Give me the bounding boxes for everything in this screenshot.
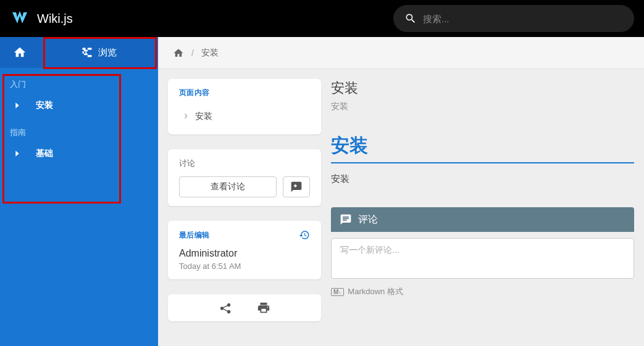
sidebar-item-label: 安装 xyxy=(36,100,53,111)
breadcrumb-sep: / xyxy=(191,48,194,58)
print-icon[interactable] xyxy=(257,301,270,315)
markdown-hint-text: Markdown 格式 xyxy=(348,286,403,297)
browse-label: 浏览 xyxy=(98,47,117,59)
sidebar-section-title: 指南 xyxy=(0,116,158,143)
add-comment-icon xyxy=(290,181,303,193)
browse-tree-icon xyxy=(81,46,93,59)
last-edit-card: 最后编辑 Administrator Today at 6:51 AM xyxy=(168,221,321,279)
site-title: Wiki.js xyxy=(37,12,73,26)
discussion-header: 讨论 xyxy=(179,158,310,169)
sidebar-item-install[interactable]: 安装 xyxy=(0,95,158,116)
add-discussion-button[interactable] xyxy=(283,176,310,197)
sidebar-nav: 浏览 xyxy=(0,37,158,68)
search-input[interactable] xyxy=(423,14,623,24)
view-discussion-button[interactable]: 查看讨论 xyxy=(179,176,277,197)
last-edit-time: Today at 6:51 AM xyxy=(179,262,310,271)
chevron-right-icon xyxy=(12,149,22,159)
sidebar-item-basics[interactable]: 基础 xyxy=(0,143,158,164)
right-column: 安装 安装 安装 安装 评论 写一个新评论... M↓ Markdown 格式 xyxy=(331,79,634,321)
content-text: 安装 xyxy=(331,173,634,185)
discussion-card: 讨论 查看讨论 xyxy=(168,149,321,206)
page-title-block: 安装 安装 xyxy=(331,79,634,112)
home-icon xyxy=(13,46,27,59)
content-heading: 安装 xyxy=(331,133,634,163)
action-row xyxy=(168,294,321,321)
breadcrumb: / 安装 xyxy=(158,37,644,69)
wiki-logo xyxy=(10,9,30,28)
chevron-right-icon xyxy=(12,101,22,110)
last-edit-header: 最后编辑 xyxy=(179,229,310,241)
browse-button[interactable]: 浏览 xyxy=(40,37,158,68)
left-column: 页面内容 安装 讨论 查看讨论 最后编辑 xyxy=(168,79,321,321)
content-row: 页面内容 安装 讨论 查看讨论 最后编辑 xyxy=(158,69,644,331)
discussion-row: 查看讨论 xyxy=(179,176,310,197)
home-button[interactable] xyxy=(0,37,40,68)
markdown-badge: M↓ xyxy=(331,288,344,296)
layout: 浏览 入门 安装 指南 基础 / 安装 页面内容 安装 xyxy=(0,37,644,346)
main: / 安装 页面内容 安装 讨论 查看讨论 xyxy=(158,37,644,346)
home-icon[interactable] xyxy=(173,47,184,59)
comment-icon xyxy=(340,213,352,226)
breadcrumb-current[interactable]: 安装 xyxy=(201,47,219,59)
last-edit-label: 最后编辑 xyxy=(179,230,209,241)
share-icon[interactable] xyxy=(219,301,232,315)
comments-header: 评论 xyxy=(331,207,634,232)
page-subtitle: 安装 xyxy=(331,101,634,112)
toc-item[interactable]: 安装 xyxy=(179,105,310,126)
sidebar: 浏览 入门 安装 指南 基础 xyxy=(0,37,158,346)
page-title: 安装 xyxy=(331,79,634,97)
top-bar: Wiki.js xyxy=(0,0,644,37)
search-box[interactable] xyxy=(393,5,634,32)
markdown-hint: M↓ Markdown 格式 xyxy=(331,286,634,297)
comments-label: 评论 xyxy=(358,213,378,226)
search-icon xyxy=(404,12,417,25)
last-edit-author: Administrator xyxy=(179,248,310,259)
history-icon[interactable] xyxy=(299,229,310,241)
comment-input[interactable]: 写一个新评论... xyxy=(331,238,634,279)
toc-card: 页面内容 安装 xyxy=(168,79,321,134)
sidebar-item-label: 基础 xyxy=(36,148,53,159)
sidebar-section-title: 入门 xyxy=(0,68,158,95)
toc-header: 页面内容 xyxy=(179,88,310,98)
